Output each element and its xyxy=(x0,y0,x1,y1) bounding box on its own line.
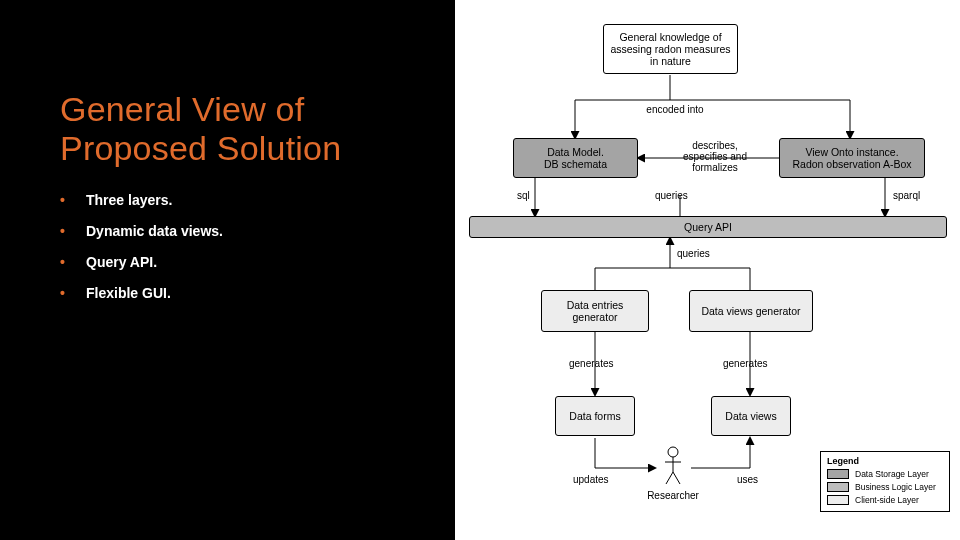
node-data-forms: Data forms xyxy=(555,396,635,436)
slide: General View of Proposed Solution Three … xyxy=(0,0,960,540)
legend-row: Client-side Layer xyxy=(827,495,943,505)
edge-updates: updates xyxy=(573,474,609,485)
edge-sql: sql xyxy=(517,190,530,201)
title-line-2: Proposed Solution xyxy=(60,129,341,167)
bullet-item: Query API. xyxy=(60,254,455,271)
bullet-item: Flexible GUI. xyxy=(60,285,455,302)
bullet-item: Three layers. xyxy=(60,192,455,209)
edge-generates-right: generates xyxy=(723,358,767,369)
actor-icon xyxy=(663,446,683,486)
legend: Legend Data Storage Layer Business Logic… xyxy=(820,451,950,512)
legend-row: Business Logic Layer xyxy=(827,482,943,492)
title-line-1: General View of xyxy=(60,90,304,128)
node-text: Data Model.DB schemata xyxy=(544,146,607,170)
legend-label: Data Storage Layer xyxy=(855,469,929,479)
node-text: Data forms xyxy=(569,410,620,422)
left-panel: General View of Proposed Solution Three … xyxy=(0,0,455,540)
legend-swatch-dark xyxy=(827,469,849,479)
legend-row: Data Storage Layer xyxy=(827,469,943,479)
edge-sparql: sparql xyxy=(893,190,920,201)
edge-uses: uses xyxy=(737,474,758,485)
node-general-knowledge: General knowledge ofassesing radon measu… xyxy=(603,24,738,74)
diagram-panel: General knowledge ofassesing radon measu… xyxy=(455,0,960,540)
svg-line-22 xyxy=(673,472,680,484)
legend-title: Legend xyxy=(827,456,943,466)
node-onto-instance: View Onto instance.Radon observation A-B… xyxy=(779,138,925,178)
edge-generates-left: generates xyxy=(569,358,613,369)
node-text: View Onto instance.Radon observation A-B… xyxy=(792,146,911,170)
legend-label: Business Logic Layer xyxy=(855,482,936,492)
node-text: Data entriesgenerator xyxy=(567,299,624,323)
node-query-api: Query API xyxy=(469,216,947,238)
node-text: Data views xyxy=(725,410,776,422)
bullet-list: Three layers. Dynamic data views. Query … xyxy=(60,192,455,301)
legend-swatch-lite xyxy=(827,495,849,505)
svg-line-21 xyxy=(666,472,673,484)
edge-describes: describes,especifies andformalizes xyxy=(665,140,765,173)
legend-swatch-mid xyxy=(827,482,849,492)
svg-point-18 xyxy=(668,447,678,457)
node-data-model: Data Model.DB schemata xyxy=(513,138,638,178)
edge-queries-mid: queries xyxy=(677,248,710,259)
edge-queries-top: queries xyxy=(655,190,688,201)
legend-label: Client-side Layer xyxy=(855,495,919,505)
node-data-views-generator: Data views generator xyxy=(689,290,813,332)
bullet-item: Dynamic data views. xyxy=(60,223,455,240)
actor-label: Researcher xyxy=(643,490,703,501)
edge-encoded-into: encoded into xyxy=(635,104,715,115)
node-text: General knowledge ofassesing radon measu… xyxy=(610,31,730,67)
node-text: Data views generator xyxy=(701,305,800,317)
slide-title: General View of Proposed Solution xyxy=(60,90,455,168)
node-data-entries-generator: Data entriesgenerator xyxy=(541,290,649,332)
node-text: Query API xyxy=(684,221,732,233)
node-data-views: Data views xyxy=(711,396,791,436)
